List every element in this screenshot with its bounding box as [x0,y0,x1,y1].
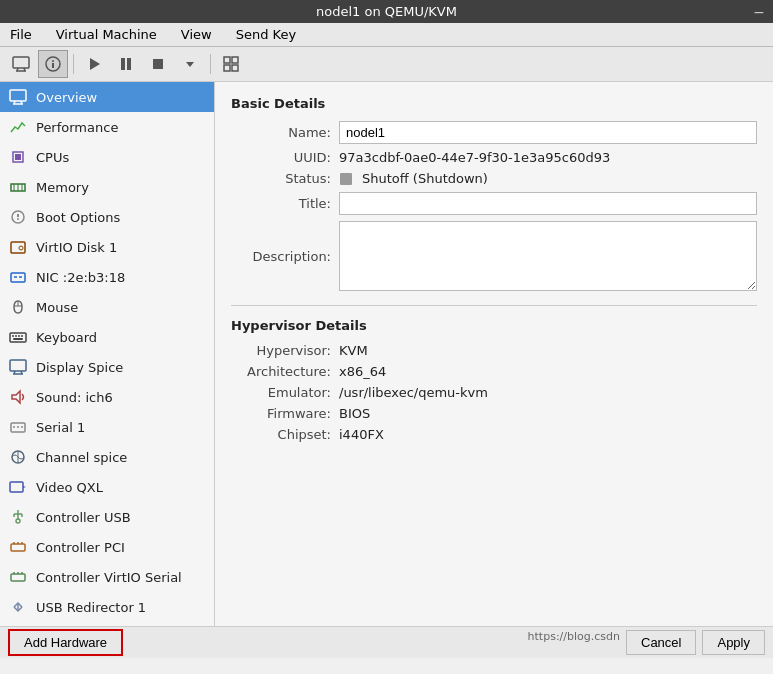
sidebar-item-label: CPUs [36,150,69,165]
serial-icon [8,417,28,437]
apply-button[interactable]: Apply [702,630,765,655]
sidebar-item-label: Performance [36,120,118,135]
svg-rect-0 [13,57,29,68]
minimize-button[interactable]: − [753,4,765,20]
sidebar-item-cpus[interactable]: CPUs [0,142,214,172]
menu-virtual-machine[interactable]: Virtual Machine [50,25,163,44]
display-spice-icon [8,357,28,377]
sidebar-item-serial[interactable]: Serial 1 [0,412,214,442]
cpu-icon [8,147,28,167]
fullscreen-btn[interactable] [216,50,246,78]
svg-rect-15 [232,65,238,71]
sidebar-item-memory[interactable]: Memory [0,172,214,202]
sidebar-item-label: Video QXL [36,480,103,495]
sidebar-item-channel-spice[interactable]: Channel spice [0,442,214,472]
sidebar-item-label: Keyboard [36,330,97,345]
toolbar [0,47,773,82]
mouse-icon [8,297,28,317]
sidebar: Overview Performance CPUs Memory Boot Op [0,82,215,626]
sidebar-item-performance[interactable]: Performance [0,112,214,142]
sidebar-item-keyboard[interactable]: Keyboard [0,322,214,352]
controller-usb-icon [8,507,28,527]
menu-view[interactable]: View [175,25,218,44]
virtio-disk-icon [8,237,28,257]
title-bar: nodel1 on QEMU/KVM − [0,0,773,23]
url-text: https://blog.csdn [528,630,620,655]
svg-rect-36 [10,333,26,342]
svg-rect-9 [127,58,131,70]
title-input[interactable] [339,192,757,215]
sidebar-item-label: Sound: ich6 [36,390,113,405]
boot-options-icon [8,207,28,227]
description-label: Description: [231,249,331,264]
sidebar-item-mouse[interactable]: Mouse [0,292,214,322]
details-btn[interactable] [38,50,68,78]
sidebar-item-label: Channel spice [36,450,127,465]
description-input[interactable] [339,221,757,291]
sidebar-item-controller-usb[interactable]: Controller USB [0,502,214,532]
sidebar-item-sound[interactable]: Sound: ich6 [0,382,214,412]
sidebar-item-controller-virtio[interactable]: Controller VirtIO Serial [0,562,214,592]
menu-send-key[interactable]: Send Key [230,25,302,44]
svg-marker-7 [90,58,100,70]
svg-rect-13 [232,57,238,63]
window-title: nodel1 on QEMU/KVM [316,4,457,19]
sidebar-item-controller-pci[interactable]: Controller PCI [0,532,214,562]
sidebar-item-label: USB Redirector 1 [36,600,146,615]
usb-redirector-1-icon [8,597,28,617]
firmware-value: BIOS [339,406,757,421]
menu-file[interactable]: File [4,25,38,44]
sidebar-item-virtio-disk[interactable]: VirtIO Disk 1 [0,232,214,262]
architecture-value: x86_64 [339,364,757,379]
stop-btn[interactable] [143,50,173,78]
section-divider [231,305,757,306]
monitor-btn[interactable] [6,50,36,78]
sidebar-item-video-qxl[interactable]: Video QXL [0,472,214,502]
pause-btn[interactable] [111,50,141,78]
sidebar-item-usb-redirector-2[interactable]: USB Redirector 2 [0,622,214,626]
svg-rect-8 [121,58,125,70]
svg-point-30 [19,246,23,250]
sidebar-item-display-spice[interactable]: Display Spice [0,352,214,382]
firmware-label: Firmware: [231,406,331,421]
controller-virtio-icon [8,567,28,587]
toolbar-separator-1 [73,54,74,74]
hypervisor-value: KVM [339,343,757,358]
nic-icon [8,267,28,287]
sidebar-item-nic[interactable]: NIC :2e:b3:18 [0,262,214,292]
svg-marker-11 [186,62,194,67]
name-label: Name: [231,125,331,140]
sidebar-item-label: Controller VirtIO Serial [36,570,182,585]
play-btn[interactable] [79,50,109,78]
svg-rect-60 [11,544,25,551]
sidebar-item-label: VirtIO Disk 1 [36,240,117,255]
svg-marker-54 [23,486,26,488]
sidebar-item-usb-redirector-1[interactable]: USB Redirector 1 [0,592,214,622]
menu-bar: File Virtual Machine View Send Key [0,23,773,47]
basic-details-title: Basic Details [231,96,757,111]
chipset-value: i440FX [339,427,757,442]
hypervisor-details-form: Hypervisor: KVM Architecture: x86_64 Emu… [231,343,757,442]
architecture-label: Architecture: [231,364,331,379]
svg-marker-46 [12,391,20,403]
main-layout: Overview Performance CPUs Memory Boot Op [0,82,773,626]
sidebar-item-boot-options[interactable]: Boot Options [0,202,214,232]
svg-rect-53 [10,482,23,492]
sidebar-item-label: Controller PCI [36,540,125,555]
sidebar-item-overview[interactable]: Overview [0,82,214,112]
dropdown-btn[interactable] [175,50,205,78]
emulator-label: Emulator: [231,385,331,400]
add-hardware-button[interactable]: Add Hardware [8,629,123,656]
status-value: Shutoff (Shutdown) [339,171,757,186]
uuid-value: 97a3cdbf-0ae0-44e7-9f30-1e3a95c60d93 [339,150,757,165]
cancel-button[interactable]: Cancel [626,630,696,655]
svg-rect-14 [224,65,230,71]
sidebar-item-label: Serial 1 [36,420,85,435]
name-input[interactable] [339,121,757,144]
sidebar-item-label: Overview [36,90,97,105]
sidebar-item-label: Boot Options [36,210,120,225]
basic-details-form: Name: UUID: 97a3cdbf-0ae0-44e7-9f30-1e3a… [231,121,757,291]
chipset-label: Chipset: [231,427,331,442]
sidebar-item-label: Mouse [36,300,78,315]
uuid-label: UUID: [231,150,331,165]
